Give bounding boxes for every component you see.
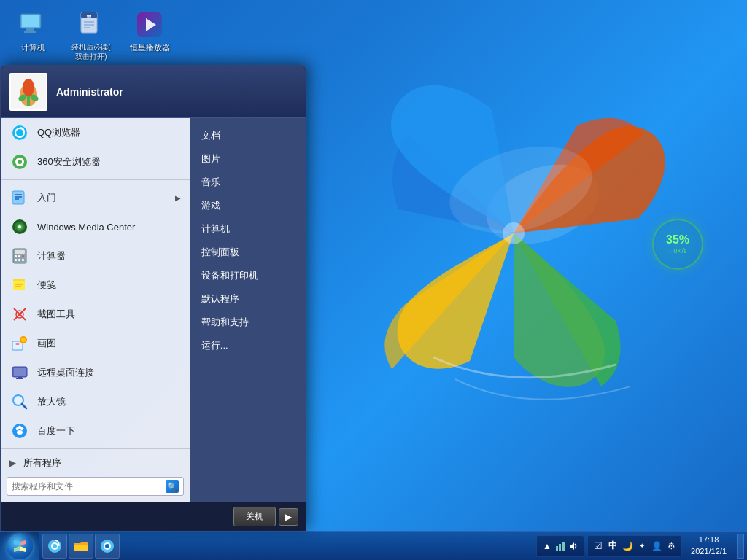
svg-point-70	[17, 430, 23, 435]
menu-item-wmc[interactable]: Windows Media Center	[1, 212, 190, 241]
ime-lang-icon[interactable]: 中	[607, 540, 619, 552]
menu-item-360-browser[interactable]: 360安全浏览器	[1, 147, 190, 176]
shutdown-button[interactable]: 关机	[233, 507, 276, 526]
sticky-label: 便笺	[37, 279, 181, 292]
paint-icon	[9, 333, 30, 354]
svg-point-24	[23, 79, 34, 96]
svg-point-41	[18, 225, 21, 228]
taskbar-item-ie[interactable]	[42, 534, 67, 559]
desktop-icon-computer[interactable]: 计算机	[7, 7, 58, 64]
menu-right-pics[interactable]: 图片	[190, 147, 306, 171]
menu-separator-1	[1, 179, 190, 180]
intro-label: 入门	[37, 191, 168, 204]
expand-tray-icon[interactable]: ▲	[541, 540, 553, 552]
start-menu-header: Administrator	[1, 66, 306, 118]
start-menu-bottom: 关机 ▶	[1, 502, 306, 531]
computer-icon-label: 计算机	[21, 42, 45, 52]
menu-right-computer[interactable]: 计算机	[190, 217, 306, 241]
start-button[interactable]	[0, 532, 39, 561]
menu-item-snip[interactable]: 截图工具	[1, 300, 190, 329]
svg-rect-43	[15, 250, 25, 254]
setup-icon-label: 装机后必读( 双击打开)	[71, 42, 110, 61]
computer-icon	[18, 10, 47, 39]
start-menu-body: QQ浏览器 360安全浏览器	[1, 118, 306, 502]
menu-right-docs[interactable]: 文档	[190, 124, 306, 147]
svg-point-69	[18, 426, 21, 429]
search-bar: 🔍	[7, 477, 184, 496]
clock-time: 17:18	[699, 534, 719, 545]
menu-right-help[interactable]: 帮助和支持	[190, 311, 306, 334]
menu-separator-2	[1, 448, 190, 449]
user-tray-icon[interactable]: 👤	[651, 540, 662, 552]
svg-point-33	[18, 160, 22, 164]
menu-item-baidu[interactable]: 百度一下	[1, 416, 190, 446]
desktop: 计算机 W 装机后必读( 双击打开)	[0, 0, 747, 560]
search-input[interactable]	[12, 481, 163, 491]
desktop-icon-media[interactable]: 恒星播放器	[124, 7, 175, 64]
user-avatar[interactable]	[9, 73, 47, 111]
svg-rect-77	[556, 546, 558, 551]
clock-date: 2021/12/1	[691, 546, 727, 557]
sticky-icon	[9, 275, 30, 295]
shutdown-arrow-button[interactable]: ▶	[279, 508, 298, 526]
dot-icon: ✦	[636, 540, 648, 552]
menu-item-rdp[interactable]: 远程桌面连接	[1, 358, 190, 387]
magnifier-icon	[9, 392, 30, 412]
paint-label: 画图	[37, 337, 181, 350]
files-taskbar-icon	[74, 539, 88, 553]
svg-rect-63	[16, 378, 23, 379]
menu-item-intro[interactable]: 入门 ▶	[1, 183, 190, 212]
ie2-taskbar-icon	[100, 539, 115, 553]
taskbar-item-files[interactable]	[69, 534, 93, 559]
qq-browser-label: QQ浏览器	[37, 126, 181, 139]
show-desktop-button[interactable]	[737, 534, 744, 559]
menu-right-run[interactable]: 运行...	[190, 334, 306, 357]
start-menu-programs: QQ浏览器 360安全浏览器	[1, 118, 190, 502]
settings-tray-icon[interactable]: ⚙	[665, 540, 677, 552]
intro-arrow: ▶	[175, 194, 181, 202]
net-percent: 35%	[666, 234, 689, 246]
menu-right-control-panel[interactable]: 控制面板	[190, 241, 306, 264]
svg-rect-5	[26, 28, 34, 31]
snip-label: 截图工具	[37, 308, 181, 321]
menu-right-devices[interactable]: 设备和打印机	[190, 264, 306, 287]
menu-item-sticky[interactable]: 便笺	[1, 271, 190, 300]
menu-item-paint[interactable]: 画图	[1, 329, 190, 358]
volume-tray-icon[interactable]	[568, 540, 579, 552]
menu-item-calculator[interactable]: 计算器	[1, 241, 190, 271]
media-icon	[135, 10, 164, 39]
system-clock[interactable]: 17:18 2021/12/1	[685, 533, 732, 559]
taskbar-item-ie2[interactable]	[95, 534, 120, 559]
svg-rect-25	[27, 96, 30, 106]
menu-right-music[interactable]: 音乐	[190, 171, 306, 194]
menu-item-qq-browser[interactable]: QQ浏览器	[1, 118, 190, 147]
intro-icon	[9, 187, 30, 208]
svg-rect-34	[12, 191, 24, 204]
all-programs-label: 所有程序	[23, 456, 181, 470]
baidu-label: 百度一下	[37, 424, 181, 438]
menu-all-programs[interactable]: ▶ 所有程序	[1, 452, 190, 474]
network-tray-icon[interactable]	[554, 540, 566, 552]
rdp-icon	[9, 362, 30, 383]
menu-right-games[interactable]: 游戏	[190, 194, 306, 217]
svg-point-30	[16, 129, 23, 136]
net-speed-widget: 35% ↓ 0K/s	[652, 219, 703, 270]
media-icon-label: 恒星播放器	[130, 42, 170, 52]
rdp-label: 远程桌面连接	[37, 366, 181, 379]
windows-flag-icon	[12, 539, 27, 553]
menu-item-magnifier[interactable]: 放大镜	[1, 387, 190, 416]
checkbox-tray-icon[interactable]: ☑	[592, 540, 604, 552]
menu-right-default-progs[interactable]: 默认程序	[190, 287, 306, 311]
search-button[interactable]: 🔍	[166, 480, 179, 493]
svg-rect-61	[14, 368, 26, 376]
360-browser-icon	[9, 152, 30, 172]
svg-rect-44	[15, 255, 17, 257]
all-programs-arrow: ▶	[9, 458, 16, 468]
svg-point-59	[21, 338, 26, 342]
moon-icon[interactable]: 🌙	[622, 540, 633, 552]
desktop-icon-setup[interactable]: W 装机后必读( 双击打开)	[66, 7, 117, 64]
svg-rect-46	[22, 255, 24, 257]
svg-point-76	[105, 544, 109, 548]
systray: ▲	[536, 535, 584, 557]
user-name: Administrator	[56, 86, 123, 98]
